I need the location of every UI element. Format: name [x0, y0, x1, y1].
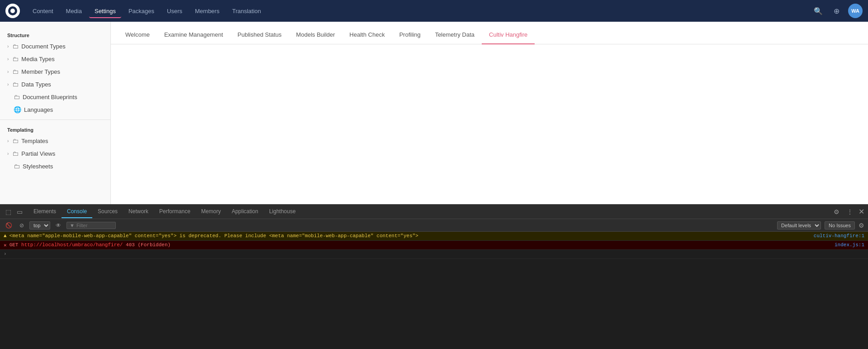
- sidebar-item-document-types[interactable]: › 🗀 Document Types: [0, 40, 110, 53]
- error-icon: ✕: [4, 242, 7, 248]
- devtools-tab-elements[interactable]: Elements: [28, 206, 62, 218]
- console-source-link[interactable]: cultiv-hangfire:1: [806, 233, 864, 239]
- folder-icon: 🗀: [12, 81, 19, 88]
- folder-icon: 🗀: [12, 137, 19, 144]
- sidebar-item-label: Media Types: [21, 56, 54, 62]
- nav-members[interactable]: Members: [190, 4, 225, 18]
- console-line-warning: ▲ <meta name="apple-mobile-web-app-capab…: [0, 232, 868, 241]
- tab-profiling[interactable]: Profiling: [392, 26, 428, 44]
- devtools-tab-performance[interactable]: Performance: [154, 206, 196, 218]
- nav-media[interactable]: Media: [61, 4, 87, 18]
- sidebar-item-stylesheets[interactable]: 🗀 Stylesheets: [0, 160, 110, 172]
- chevron-icon: ›: [7, 44, 9, 49]
- sidebar-item-label: Templates: [21, 138, 48, 144]
- console-block-icon[interactable]: ⊘: [18, 221, 26, 229]
- top-navigation: Content Media Settings Packages Users Me…: [0, 0, 868, 22]
- sidebar-item-media-types[interactable]: › 🗀 Media Types: [0, 53, 110, 65]
- devtools-tab-application[interactable]: Application: [226, 206, 264, 218]
- chevron-icon: ›: [7, 82, 9, 87]
- tab-health-check[interactable]: Health Check: [342, 26, 392, 44]
- console-toolbar-right: Default levels No Issues ⚙: [777, 221, 864, 229]
- folder-icon: 🗀: [14, 93, 20, 100]
- devtools-tab-console[interactable]: Console: [62, 206, 92, 218]
- warning-icon: ▲: [4, 233, 7, 239]
- context-selector[interactable]: top: [29, 221, 50, 229]
- devtools-tab-sources[interactable]: Sources: [92, 206, 123, 218]
- nav-right: 🔍 ⊕ WA: [812, 4, 863, 18]
- sidebar-item-data-types[interactable]: › 🗀 Data Types: [0, 78, 110, 91]
- console-prompt-line: ›: [0, 250, 868, 259]
- sidebar-item-member-types[interactable]: › 🗀 Member Types: [0, 65, 110, 78]
- sidebar-item-label: Member Types: [21, 68, 60, 75]
- folder-icon: 🗀: [12, 55, 19, 62]
- sidebar-item-partial-views[interactable]: › 🗀 Partial Views: [0, 147, 110, 160]
- page-content: [111, 44, 868, 204]
- globe-icon: 🌐: [14, 106, 21, 113]
- search-icon[interactable]: 🔍: [812, 5, 825, 17]
- console-error-text: GET http://localhost/umbraco/hangfire/ 4…: [9, 242, 827, 248]
- console-toolbar: 🚫 ⊘ top 👁 ▼ Default levels No Issues ⚙: [0, 219, 868, 232]
- filter-icon: ▼: [70, 223, 75, 228]
- section-structure-title: Structure: [0, 29, 110, 40]
- devtools-tabbar: ⬚ ▭ Elements Console Sources Network Per…: [0, 205, 868, 219]
- devtools-inspect-icon[interactable]: ⬚: [4, 206, 13, 217]
- help-icon[interactable]: ⊕: [830, 5, 843, 17]
- devtools-close-button[interactable]: ✕: [859, 207, 864, 216]
- devtools-right-icons: ⚙ ⋮ ✕: [832, 206, 864, 217]
- nav-settings[interactable]: Settings: [89, 4, 121, 18]
- logo[interactable]: [5, 4, 20, 18]
- nav-users[interactable]: Users: [161, 4, 188, 18]
- levels-selector[interactable]: Default levels: [777, 221, 821, 229]
- sidebar-item-label: Document Types: [21, 43, 65, 50]
- main-layout: Structure › 🗀 Document Types › 🗀 Media T…: [0, 22, 868, 204]
- sidebar-item-languages[interactable]: 🌐 Languages: [0, 103, 110, 116]
- sidebar-item-label: Partial Views: [21, 150, 55, 157]
- console-line-error: ✕ GET http://localhost/umbraco/hangfire/…: [0, 241, 868, 250]
- tab-telemetry-data[interactable]: Telemetry Data: [428, 26, 482, 44]
- prompt-symbol: ›: [4, 251, 7, 257]
- nav-translation[interactable]: Translation: [227, 4, 266, 18]
- sidebar-divider: [0, 120, 110, 120]
- devtools-panel: ⬚ ▭ Elements Console Sources Network Per…: [0, 204, 868, 349]
- nav-items: Content Media Settings Packages Users Me…: [27, 4, 812, 18]
- nav-content[interactable]: Content: [27, 4, 59, 18]
- sidebar-item-templates[interactable]: › 🗀 Templates: [0, 134, 110, 147]
- folder-icon: 🗀: [12, 43, 19, 50]
- folder-icon: 🗀: [12, 150, 19, 157]
- sidebar: Structure › 🗀 Document Types › 🗀 Media T…: [0, 22, 111, 204]
- error-text-before: GET: [9, 242, 21, 248]
- error-text-after: 403 (Forbidden): [123, 242, 171, 248]
- devtools-more-icon[interactable]: ⋮: [845, 206, 855, 217]
- console-settings-icon[interactable]: ⚙: [859, 222, 864, 229]
- tab-bar: Welcome Examine Management Published Sta…: [111, 22, 868, 44]
- eye-icon[interactable]: 👁: [54, 221, 63, 229]
- sidebar-item-document-blueprints[interactable]: 🗀 Document Blueprints: [0, 91, 110, 103]
- console-source-link-error[interactable]: index.js:1: [827, 242, 864, 248]
- nav-packages[interactable]: Packages: [123, 4, 160, 18]
- sidebar-item-label: Document Blueprints: [23, 94, 77, 100]
- tab-cultiv-hangfire[interactable]: Cultiv Hangfire: [482, 26, 535, 44]
- filter-input[interactable]: [76, 223, 113, 228]
- devtools-tab-network[interactable]: Network: [123, 206, 154, 218]
- console-output: ▲ <meta name="apple-mobile-web-app-capab…: [0, 232, 868, 349]
- folder-icon: 🗀: [12, 68, 19, 75]
- chevron-icon: ›: [7, 151, 9, 156]
- tab-welcome[interactable]: Welcome: [118, 26, 157, 44]
- sidebar-item-label: Data Types: [21, 81, 51, 88]
- devtools-mobile-icon[interactable]: ▭: [15, 206, 24, 217]
- console-clear-button[interactable]: 🚫: [4, 221, 14, 229]
- section-templating-title: Templating: [0, 124, 110, 134]
- tab-models-builder[interactable]: Models Builder: [289, 26, 342, 44]
- devtools-settings-icon[interactable]: ⚙: [832, 206, 841, 217]
- no-issues-button[interactable]: No Issues: [825, 221, 855, 229]
- tab-published-status[interactable]: Published Status: [230, 26, 289, 44]
- content-area: Welcome Examine Management Published Sta…: [111, 22, 868, 204]
- tab-examine-management[interactable]: Examine Management: [157, 26, 230, 44]
- avatar[interactable]: WA: [848, 4, 863, 18]
- devtools-tab-lighthouse[interactable]: Lighthouse: [264, 206, 301, 218]
- filter-input-wrap: ▼: [66, 222, 116, 229]
- folder-icon: 🗀: [14, 163, 20, 170]
- devtools-tab-memory[interactable]: Memory: [196, 206, 226, 218]
- chevron-icon: ›: [7, 57, 9, 62]
- error-url[interactable]: http://localhost/umbraco/hangfire/: [21, 242, 123, 248]
